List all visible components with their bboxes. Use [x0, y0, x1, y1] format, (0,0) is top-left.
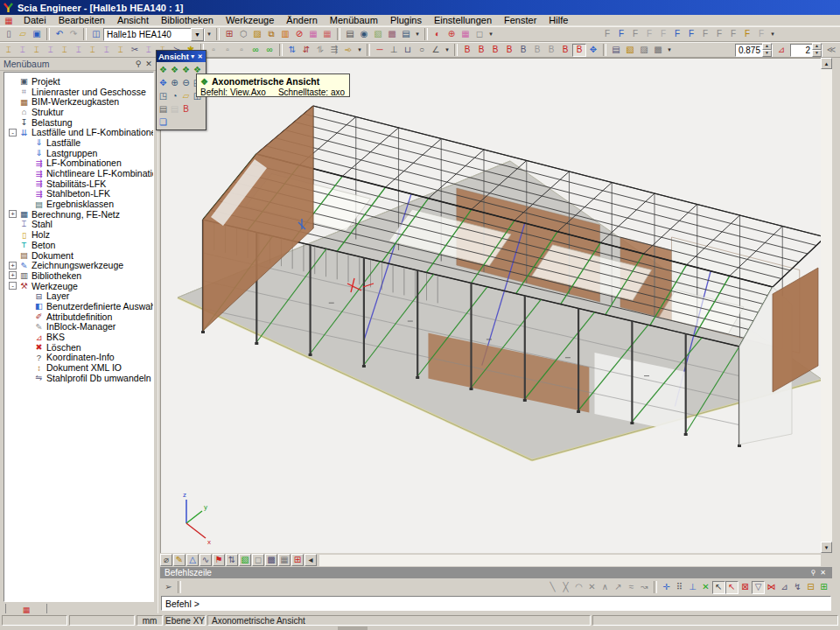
view-axo-button[interactable]: ❖ — [158, 63, 169, 76]
menu-bearbeiten[interactable]: Bearbeiten — [52, 15, 111, 26]
select-tri-button[interactable]: ⊿ — [778, 581, 791, 594]
select-b-button[interactable]: ↖ — [725, 581, 738, 594]
snap-wave-button[interactable]: ≈ — [625, 581, 638, 594]
sidebar-item-beton[interactable]: TBeton — [4, 240, 153, 250]
edit-properties-button[interactable]: ▨ — [250, 28, 264, 41]
send-to-button[interactable]: ➾ — [341, 44, 355, 57]
open-button[interactable]: ▱ — [16, 28, 30, 41]
paint-button[interactable]: ◐ — [430, 28, 444, 41]
menu-menübaum[interactable]: Menübaum — [324, 15, 384, 26]
sidebar-item-nichtlineare-lf-kombinationen[interactable]: ⇶Nichtlineare LF-Kombinationen — [4, 168, 153, 178]
doc-filter-1-button[interactable]: ▨ — [637, 44, 651, 57]
sidebar-item-koordinaten-info[interactable]: ?Koordinaten-Info — [4, 353, 153, 363]
command-input[interactable]: Befehl > — [161, 596, 831, 611]
chart-gallery-button[interactable]: ▦ — [458, 28, 472, 41]
swap-tool-button[interactable]: ⇅ — [226, 554, 238, 566]
expand-icon[interactable]: + — [9, 271, 17, 279]
load-panel-2-button[interactable]: B — [474, 44, 488, 57]
save-picture-button[interactable]: ▤ — [169, 102, 180, 116]
sidebar-item-benutzerdefinierte-auswahl[interactable]: ◧Benutzerdefinierte Auswahl — [4, 301, 153, 312]
load-panel-3-button[interactable]: B — [488, 44, 502, 57]
menu-hilfe[interactable]: Hilfe — [542, 15, 574, 26]
sidebar-item-dokument[interactable]: ▤Dokument — [4, 250, 153, 261]
render-view-button[interactable]: ▤ — [158, 102, 169, 116]
view-preset-2-button[interactable]: F — [614, 28, 628, 41]
bracing-button[interactable]: ⌶ — [44, 44, 58, 57]
sidebar-item-projekt[interactable]: ▣Projekt — [4, 76, 153, 87]
zoom-doc-button[interactable]: ⊕ — [444, 28, 458, 41]
sidebar-item-bibliotheken[interactable]: +▥Bibliotheken — [4, 270, 153, 281]
scale-spinner-up-icon[interactable]: ▲ — [762, 43, 772, 50]
zoom-all-button[interactable]: ◳ — [158, 89, 169, 102]
table-results-button[interactable]: ▦ — [320, 28, 334, 41]
combobox-arrow-icon[interactable]: ▼ — [191, 28, 204, 41]
angle-tool-button[interactable]: △ — [186, 554, 199, 566]
draw-rect-button[interactable]: ⊔ — [401, 44, 415, 57]
clip-edit-button[interactable]: ✎ — [173, 554, 186, 566]
load-panel-6-button[interactable]: B — [530, 44, 544, 57]
select-minus-button[interactable]: ⊟ — [804, 581, 817, 594]
dropdown-arrow-icon[interactable]: ▾ — [443, 44, 452, 57]
zoom-previous-button[interactable]: ◔ — [169, 89, 180, 102]
print-preview-button[interactable]: ◉ — [357, 28, 371, 41]
expand-icon[interactable]: + — [9, 262, 17, 270]
render-mode-button[interactable]: ▧ — [239, 554, 251, 566]
snap-cross-button[interactable]: ╳ — [559, 581, 572, 594]
sidebar-item-linienraster-und-geschosse[interactable]: ⌗Linienraster und Geschosse — [4, 87, 153, 97]
view-xz-button[interactable]: ❖ — [180, 63, 192, 76]
frame-button[interactable]: ◻ — [472, 28, 486, 41]
doc-filter-2-button[interactable]: ▩ — [651, 44, 665, 57]
clip-toggle-button[interactable]: ⌀ — [160, 554, 172, 566]
sidebar-item-stahlprofil-db-umwandeln[interactable]: ⇋Stahlprofil Db umwandeln — [4, 373, 153, 383]
activity-button[interactable]: ▥ — [278, 28, 292, 41]
view-xy-button[interactable]: ❖ — [169, 63, 180, 76]
snap-peak-button[interactable]: ∧ — [598, 581, 612, 594]
cross-link-button[interactable]: ⌶ — [58, 44, 72, 57]
menu-ansicht[interactable]: Ansicht — [111, 15, 155, 26]
document-button[interactable]: ▤ — [399, 28, 413, 41]
load-panel-8-button[interactable]: B — [558, 44, 572, 57]
sidebar-item-bks[interactable]: ⊿BKS — [4, 332, 153, 342]
rib-button[interactable]: ⌶ — [114, 44, 128, 57]
model-viewport[interactable]: zyx — [160, 58, 821, 553]
menu-ändern[interactable]: Ändern — [280, 15, 323, 26]
sidebar-item-lf-kombinationen[interactable]: ⇶LF-Kombinationen — [4, 158, 153, 169]
shade-mode-button[interactable]: ▩ — [265, 554, 277, 566]
collapse-icon[interactable]: - — [9, 282, 17, 290]
snap-arc-button[interactable]: ◠ — [572, 581, 585, 594]
table-input-button[interactable]: ▦ — [306, 28, 320, 41]
scale-spinner[interactable]: 0.875▲▼ — [735, 44, 773, 57]
vertical-scrollbar[interactable]: ▲ ▼ — [821, 58, 832, 553]
dropdown-arrow-icon[interactable]: ▾ — [413, 28, 422, 41]
dropdown-arrow-icon[interactable]: ▾ — [486, 28, 495, 41]
scale-spinner-down-icon[interactable]: ▼ — [762, 50, 772, 57]
load-move-button[interactable]: ✥ — [586, 44, 600, 57]
select-poly-button[interactable]: ▽ — [752, 581, 765, 594]
collapse-button[interactable]: ≪ — [824, 44, 838, 57]
load-panel-9-button[interactable]: B — [572, 44, 586, 57]
document-system-icon[interactable]: ▦ — [3, 16, 15, 25]
menu-datei[interactable]: Datei — [18, 15, 52, 26]
count-spinner-down-icon[interactable]: ▼ — [812, 50, 822, 57]
draw-polyline-button[interactable]: ⊥ — [387, 44, 401, 57]
dropdown-arrow-icon[interactable]: ▾ — [355, 44, 364, 57]
multi-copy-button[interactable]: ⇶ — [327, 44, 341, 57]
view-preset-11-button[interactable]: F — [740, 28, 754, 41]
snap-ortho-button[interactable]: ⊥ — [686, 581, 699, 594]
grid-mode-button[interactable]: ⊞ — [291, 554, 304, 566]
draw-line-button[interactable]: ─ — [373, 44, 387, 57]
snap-inter-button[interactable]: ✕ — [699, 581, 712, 594]
view-preset-9-button[interactable]: F — [712, 28, 726, 41]
sidebar-item-ergebnisklassen[interactable]: ▤Ergebnisklassen — [4, 199, 153, 209]
menu-fenster[interactable]: Fenster — [498, 15, 542, 26]
dropdown-arrow-icon[interactable]: ▾ — [205, 28, 214, 41]
dropdown-arrow-icon[interactable]: ▾ — [665, 44, 674, 57]
zoom-out-button[interactable]: ⊖ — [180, 76, 192, 89]
sidebar-item-layer[interactable]: ⊟Layer — [4, 290, 153, 301]
solid-mode-button[interactable]: ⬡ — [236, 28, 250, 41]
import-down-button[interactable]: ⇵ — [299, 44, 313, 57]
close-icon[interactable]: ✕ — [196, 53, 204, 60]
node-b-button[interactable]: ▫ — [220, 44, 234, 57]
sidebar-item-lastfälle[interactable]: ⇓Lastfälle — [4, 137, 153, 148]
load-panel-4-button[interactable]: B — [502, 44, 516, 57]
